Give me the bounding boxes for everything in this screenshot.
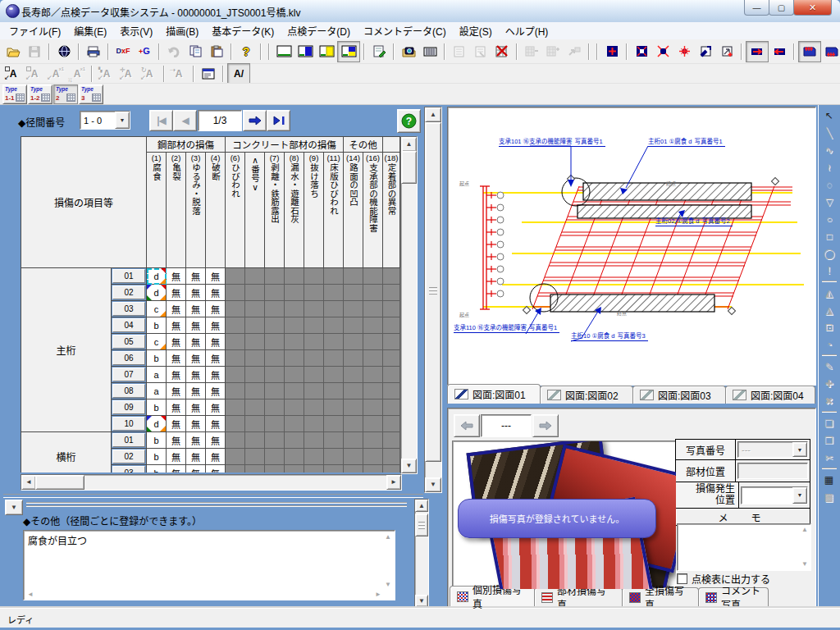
member-position-field[interactable] [737, 463, 808, 479]
cut-tool-button[interactable]: ✂ [820, 449, 838, 466]
note-collapse-button[interactable]: ▼ [5, 500, 23, 515]
text-box-button[interactable]: A↙ [2, 64, 24, 84]
row-number-button[interactable]: 10 [112, 417, 145, 431]
table-hscrollbar[interactable]: ◄ ► [21, 474, 402, 491]
no-damage-cell[interactable]: 無 [206, 416, 226, 432]
tab-drawing-01[interactable]: 図面:図面01 [447, 384, 541, 404]
no-damage-cell[interactable]: 無 [167, 268, 186, 285]
row-number-button[interactable]: 01 [112, 269, 145, 283]
text-rotate-button[interactable]: A↻↙ [139, 64, 160, 84]
no-damage-cell[interactable]: 無 [186, 367, 206, 383]
edit-table-tool-button[interactable]: ▩ [820, 488, 838, 505]
dxf-convert-button[interactable]: DxF [112, 42, 134, 62]
no-damage-cell[interactable]: 無 [206, 268, 226, 285]
no-damage-cell[interactable]: 無 [186, 301, 206, 317]
zoom-shrink-button[interactable] [652, 42, 673, 62]
memo-edit-button[interactable] [368, 42, 390, 62]
no-damage-cell[interactable]: 無 [167, 416, 186, 432]
no-damage-cell[interactable]: 無 [206, 350, 226, 367]
splitter-handle[interactable] [26, 505, 407, 506]
view-layout4-button[interactable] [337, 41, 360, 62]
chevron-down-icon[interactable]: ▼ [115, 112, 130, 129]
text-frame-button[interactable]: A↙ [24, 64, 45, 84]
bg-convert-button[interactable]: +G [134, 42, 155, 62]
left-pane-vscrollbar[interactable]: ▲ ▼ [424, 107, 442, 493]
insert-row-button[interactable] [521, 42, 542, 62]
closed-curve-tool-button[interactable]: ○ [820, 210, 838, 227]
scroll-up-icon[interactable]: ▲ [801, 527, 808, 533]
table-hscroll-thumb[interactable] [35, 475, 84, 490]
no-damage-cell[interactable]: 無 [167, 399, 186, 416]
next-member-button[interactable] [746, 41, 769, 62]
copy-button[interactable] [185, 42, 206, 62]
row-number-button[interactable]: 09 [112, 400, 145, 414]
no-damage-cell[interactable]: 無 [206, 449, 226, 465]
keyboard-input-button[interactable] [419, 42, 441, 62]
no-damage-cell[interactable]: 無 [167, 449, 186, 465]
view-layout1-button[interactable] [273, 42, 294, 62]
view-layout2-button[interactable] [294, 42, 316, 62]
menu-edit[interactable]: 編集(E) [68, 22, 112, 39]
scroll-down-icon[interactable]: ▼ [801, 561, 808, 568]
no-damage-cell[interactable]: 無 [186, 449, 206, 465]
row-number-button[interactable]: 07 [112, 368, 145, 381]
grade-cell[interactable]: b [147, 350, 167, 367]
no-damage-cell[interactable]: 無 [186, 416, 206, 432]
minimize-button[interactable]: — [744, 0, 769, 16]
scroll-down-icon[interactable]: ▼ [385, 582, 391, 588]
close-button[interactable]: ✕ [793, 0, 832, 16]
table-tool-button[interactable]: ▦ [820, 471, 838, 488]
grade-cell[interactable]: a [147, 367, 167, 383]
report-print-button[interactable] [470, 42, 491, 62]
palette-tool-button[interactable]: ◔ [820, 336, 838, 353]
row-number-button[interactable]: 06 [112, 351, 145, 365]
tab-drawing-02[interactable]: 図面:図面02 [540, 386, 633, 404]
splitter-handle[interactable] [26, 502, 407, 503]
chevron-down-icon[interactable]: ▼ [792, 487, 807, 504]
menu-settings[interactable]: 設定(S) [454, 22, 498, 39]
grade-cell[interactable]: b [147, 317, 167, 334]
annotation-girder-01[interactable]: 主桁01 ①腐食 d写真番号1 [648, 137, 725, 147]
text-leader2-button[interactable]: Ax1㍑ [66, 64, 88, 84]
no-damage-cell[interactable]: 無 [206, 367, 226, 383]
delete-cell-button[interactable] [491, 42, 513, 62]
delete-shape-tool-button[interactable]: ✖ [820, 392, 838, 409]
menu-file[interactable]: ファイル(F) [3, 22, 66, 39]
paste-tool-button[interactable]: ❐ [820, 431, 838, 449]
alert-tool-button[interactable]: ! [820, 262, 838, 279]
first-page-button[interactable]: |◀ [149, 110, 173, 131]
select-tool-button[interactable]: ↖ [820, 107, 838, 124]
view-layout3-button[interactable] [316, 42, 337, 62]
grade-cell[interactable]: b [147, 449, 167, 465]
save-button[interactable] [24, 42, 45, 62]
add-shape-tool-button[interactable]: ✚ [820, 375, 838, 392]
maximize-button[interactable]: ▢ [769, 0, 794, 16]
tab-member-damage-photo[interactable]: 部材損傷写真 [534, 587, 623, 606]
line-tool-button[interactable]: ╲ [820, 124, 838, 141]
no-damage-cell[interactable]: 無 [186, 285, 206, 301]
zoom-extents-button[interactable] [631, 42, 652, 62]
add-point-button[interactable] [716, 42, 737, 62]
row-number-button[interactable]: 01 [112, 433, 145, 447]
no-damage-cell[interactable]: 無 [186, 317, 206, 334]
polygon-tool-button[interactable]: ▽ [820, 193, 838, 210]
damage-location-select[interactable]: ▼ [741, 486, 808, 504]
grade-cell[interactable]: c [147, 301, 167, 317]
menu-help[interactable]: ヘルプ(H) [500, 22, 555, 39]
grade-cell[interactable]: b [147, 399, 167, 416]
grade-cell[interactable]: d [147, 268, 167, 285]
target-point-button[interactable] [601, 42, 623, 62]
no-damage-cell[interactable]: 無 [186, 399, 206, 416]
no-damage-cell[interactable]: 無 [186, 334, 206, 350]
no-damage-cell[interactable]: 無 [206, 432, 226, 449]
scroll-up-icon[interactable]: ▲ [385, 534, 391, 541]
print-button[interactable] [83, 42, 104, 62]
menu-inspection-data[interactable]: 点検データ(D) [281, 22, 356, 39]
no-damage-cell[interactable]: 無 [206, 399, 226, 416]
grade-cell[interactable]: b [147, 432, 167, 449]
no-damage-cell[interactable]: 無 [186, 432, 206, 449]
no-damage-cell[interactable]: 無 [167, 383, 186, 399]
no-damage-cell[interactable]: 無 [167, 432, 186, 449]
row-number-button[interactable]: 02 [112, 285, 145, 299]
freeform-tool-button[interactable]: ◌ [820, 176, 838, 193]
